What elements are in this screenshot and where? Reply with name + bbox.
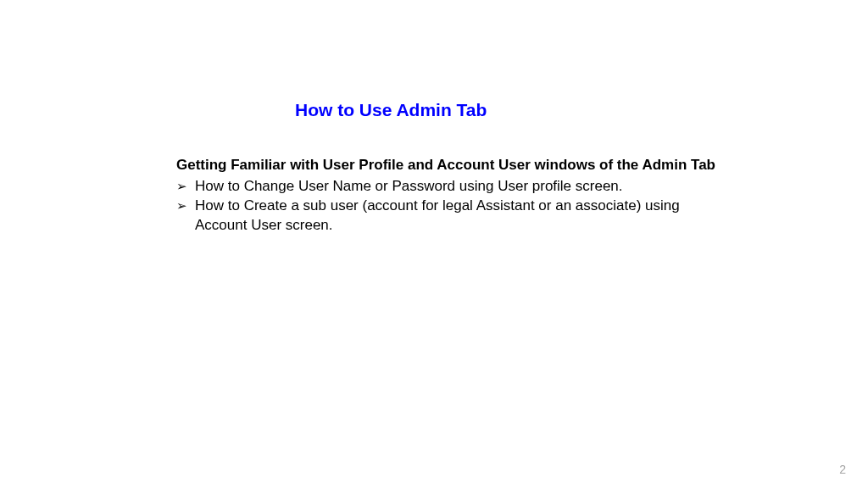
subtitle: Getting Familiar with User Profile and A… <box>176 156 715 175</box>
bullet-list: ➢ How to Change User Name or Password us… <box>176 177 715 236</box>
chevron-right-icon: ➢ <box>176 197 195 214</box>
page-title: How to Use Admin Tab <box>295 100 715 120</box>
slide-content: How to Use Admin Tab Getting Familiar wi… <box>0 0 868 236</box>
list-item: ➢ How to Change User Name or Password us… <box>176 177 715 197</box>
chevron-right-icon: ➢ <box>176 177 195 195</box>
bullet-text: How to Change User Name or Password usin… <box>195 177 715 197</box>
page-number: 2 <box>839 463 846 476</box>
bullet-text: How to Create a sub user (account for le… <box>195 197 715 236</box>
list-item: ➢ How to Create a sub user (account for … <box>176 197 715 236</box>
